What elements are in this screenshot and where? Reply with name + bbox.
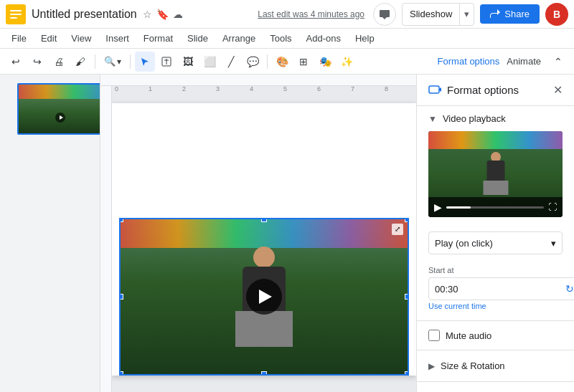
- progress-bar[interactable]: [446, 206, 544, 209]
- menu-view[interactable]: View: [65, 32, 97, 45]
- resize-handle-br[interactable]: [405, 371, 409, 376]
- position-section[interactable]: ▶ Position: [417, 385, 574, 392]
- video-preview-thumbnail[interactable]: ▶ ⛶: [428, 131, 563, 217]
- menu-addons[interactable]: Add-ons: [301, 32, 347, 45]
- video-element[interactable]: ⤢: [119, 218, 409, 376]
- video-expand-icon[interactable]: ⤢: [392, 224, 403, 235]
- size-rotation-label: Size & Rotation: [441, 360, 505, 371]
- start-time-refresh-button[interactable]: ↻: [561, 283, 574, 295]
- start-time-input-wrap: ↻: [428, 277, 574, 300]
- video-play-button[interactable]: [246, 279, 282, 315]
- menu-insert[interactable]: Insert: [100, 32, 135, 45]
- time-row: Start at ↻ Use current time End at ↻ Use…: [417, 260, 574, 317]
- resize-handle-tm[interactable]: [261, 218, 267, 222]
- start-time-label: Start at: [428, 266, 574, 274]
- resize-handle-tl[interactable]: [119, 218, 123, 222]
- last-edit-text[interactable]: Last edit was 4 minutes ago: [258, 9, 364, 19]
- fullscreen-button[interactable]: ⛶: [548, 202, 557, 212]
- menu-format[interactable]: Format: [138, 32, 179, 45]
- comment-button[interactable]: 💬: [243, 52, 263, 72]
- menu-arrange[interactable]: Arrange: [217, 32, 261, 45]
- chevron-down-icon: ▼: [428, 114, 437, 124]
- text-box-button[interactable]: [156, 52, 177, 72]
- select-tool[interactable]: [135, 52, 155, 72]
- menu-edit[interactable]: Edit: [35, 32, 62, 45]
- slide-canvas: ⤢: [112, 86, 416, 392]
- main-area: 1 0: [0, 75, 574, 392]
- zoom-label: ▾: [117, 57, 121, 67]
- transition-button[interactable]: ✨: [337, 52, 357, 72]
- right-controls: Slideshow ▾ Share B: [373, 3, 568, 26]
- panel-header: Format options ✕: [417, 75, 574, 106]
- preview-play-button[interactable]: ▶: [434, 201, 442, 213]
- play-mode-select[interactable]: Play (on click) ▾: [428, 231, 563, 254]
- resize-handle-bl[interactable]: [119, 371, 123, 376]
- user-avatar[interactable]: B: [545, 3, 568, 26]
- format-options-btn[interactable]: Format options: [438, 56, 500, 67]
- menu-tools[interactable]: Tools: [264, 32, 297, 45]
- resize-handle-tr[interactable]: [405, 218, 409, 222]
- canvas-area: 0 1 2 3 4 5 6 7 8 9: [100, 75, 416, 392]
- layout-button[interactable]: ⊞: [293, 52, 314, 72]
- zoom-control[interactable]: 🔍 ▾: [100, 52, 126, 72]
- paint-format-button[interactable]: 🖌: [70, 52, 90, 72]
- svg-rect-3: [10, 17, 17, 19]
- share-button[interactable]: Share: [480, 4, 540, 24]
- presentation-title[interactable]: Untitled presentation: [32, 8, 137, 21]
- slideshow-label: Slideshow: [403, 9, 459, 19]
- close-panel-button[interactable]: ✕: [553, 83, 563, 97]
- star-icon[interactable]: ☆: [143, 9, 152, 20]
- bg-color-button[interactable]: 🎨: [272, 52, 292, 72]
- menu-slide[interactable]: Slide: [182, 32, 214, 45]
- undo-button[interactable]: ↩: [6, 52, 26, 72]
- menu-bar: File Edit View Insert Format Slide Arran…: [0, 29, 574, 49]
- mute-audio-label[interactable]: Mute audio: [446, 330, 491, 341]
- size-rotation-section[interactable]: ▶ Size & Rotation: [417, 353, 574, 378]
- video-playback-section[interactable]: ▼ Video playback: [417, 106, 574, 131]
- slide-page[interactable]: ⤢: [112, 103, 416, 376]
- menu-file[interactable]: File: [6, 32, 32, 45]
- slideshow-button[interactable]: Slideshow ▾: [402, 3, 474, 26]
- animate-button[interactable]: Animate: [507, 56, 541, 67]
- image-button[interactable]: 🖼: [178, 52, 198, 72]
- comments-button[interactable]: [373, 3, 396, 26]
- bookmark-icon[interactable]: 🔖: [156, 9, 169, 20]
- cloud-icon[interactable]: ☁: [173, 9, 183, 20]
- title-bar: Untitled presentation ☆ 🔖 ☁ Last edit wa…: [0, 0, 574, 29]
- video-preview-controls: ▶ ⛶: [428, 197, 563, 217]
- panel-title-text: Format options: [447, 84, 519, 96]
- toolbar-sep-1: [95, 54, 95, 69]
- share-label: Share: [504, 9, 530, 19]
- toolbar-sep-2: [130, 54, 131, 69]
- divider-3: [417, 381, 574, 382]
- redo-button[interactable]: ↪: [27, 52, 47, 72]
- play-mode-control: Play (on click) ▾: [417, 226, 574, 260]
- start-time-field: Start at ↻ Use current time: [428, 266, 574, 312]
- divider-2: [417, 350, 574, 350]
- line-button[interactable]: ╱: [221, 52, 241, 72]
- resize-handle-ml[interactable]: [119, 294, 123, 300]
- theme-button[interactable]: 🎭: [315, 52, 335, 72]
- start-use-current-link[interactable]: Use current time: [428, 300, 574, 312]
- panel-video-icon: [428, 84, 441, 97]
- shape-button[interactable]: ⬜: [199, 52, 220, 72]
- resize-handle-mr[interactable]: [405, 294, 409, 300]
- chevron-right-icon-size: ▶: [428, 361, 435, 371]
- zoom-icon: 🔍: [104, 56, 116, 67]
- start-time-input[interactable]: [429, 284, 561, 295]
- print-button[interactable]: 🖨: [49, 52, 69, 72]
- collapse-panel-button[interactable]: ⌃: [548, 52, 568, 72]
- mute-audio-checkbox[interactable]: [428, 330, 440, 341]
- mute-audio-row: Mute audio: [417, 324, 574, 347]
- video-playback-label: Video playback: [443, 113, 506, 124]
- svg-rect-2: [10, 14, 22, 15]
- slideshow-dropdown[interactable]: ▾: [459, 4, 474, 25]
- ruler-top: 0 1 2 3 4 5 6 7 8 9: [100, 75, 416, 86]
- svg-rect-1: [10, 10, 22, 11]
- menu-help[interactable]: Help: [349, 32, 380, 45]
- slide-thumbnail-1[interactable]: [17, 83, 100, 135]
- play-mode-value: Play (on click): [435, 238, 493, 249]
- resize-handle-bm[interactable]: [261, 371, 267, 376]
- toolbar: ↩ ↪ 🖨 🖌 🔍 ▾ 🖼 ⬜ ╱ 💬 🎨 ⊞ 🎭 ✨ Format optio…: [0, 49, 574, 75]
- progress-fill: [446, 206, 471, 209]
